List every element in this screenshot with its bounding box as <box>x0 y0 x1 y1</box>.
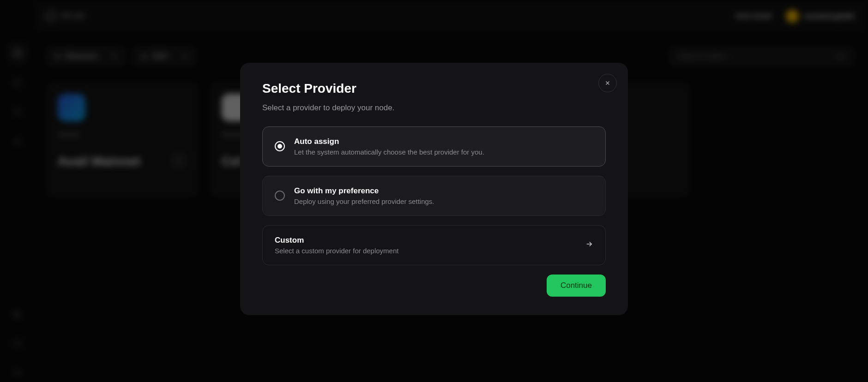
modal-title: Select Provider <box>262 81 606 96</box>
option-custom[interactable]: Custom Select a custom provider for depl… <box>262 225 606 265</box>
arrow-right-icon <box>585 240 593 251</box>
modal-subtitle: Select a provider to deploy your node. <box>262 103 606 113</box>
radio-icon <box>275 191 285 201</box>
option-title: Auto assign <box>294 137 593 146</box>
option-desc: Deploy using your preferred provider set… <box>294 197 593 205</box>
option-title: Custom <box>275 236 576 245</box>
close-button[interactable] <box>598 74 617 92</box>
option-preference[interactable]: Go with my preference Deploy using your … <box>262 176 606 216</box>
option-title: Go with my preference <box>294 186 593 196</box>
radio-icon <box>275 141 285 151</box>
select-provider-modal: Select Provider Select a provider to dep… <box>240 63 628 315</box>
option-auto-assign[interactable]: Auto assign Let the system automatically… <box>262 126 606 167</box>
continue-button[interactable]: Continue <box>547 275 606 297</box>
close-icon <box>604 80 611 86</box>
option-desc: Let the system automatically choose the … <box>294 148 593 156</box>
option-desc: Select a custom provider for deployment <box>275 247 576 255</box>
modal-overlay: Select Provider Select a provider to dep… <box>0 0 868 382</box>
